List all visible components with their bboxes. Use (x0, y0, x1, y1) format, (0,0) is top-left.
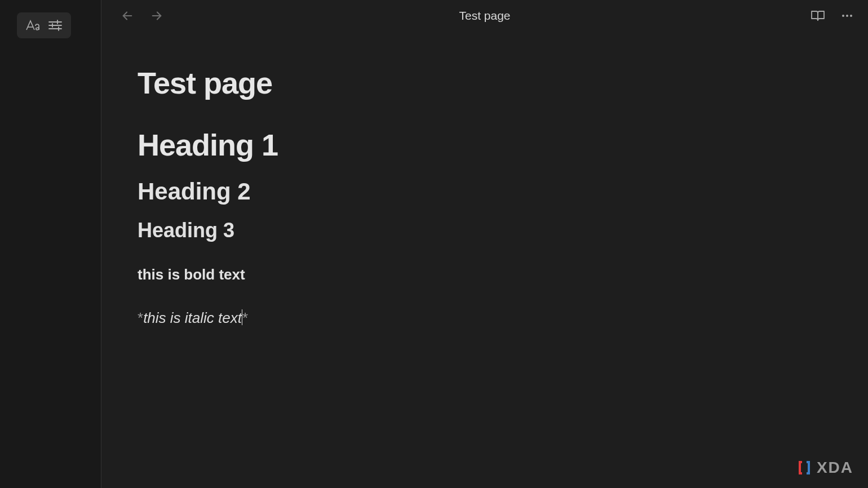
heading-2[interactable]: Heading 2 (138, 178, 832, 205)
typography-button[interactable] (21, 16, 44, 35)
nav-buttons (119, 8, 165, 24)
reading-view-button[interactable] (808, 6, 827, 25)
heading-1[interactable]: Heading 1 (138, 127, 832, 162)
more-options-button[interactable] (838, 6, 857, 25)
forward-button[interactable] (149, 8, 165, 24)
document-title: Test page (459, 9, 510, 23)
back-button[interactable] (119, 8, 135, 24)
sliders-button[interactable] (44, 16, 67, 35)
page-title[interactable]: Test page (138, 65, 832, 100)
svg-point-8 (842, 15, 844, 17)
heading-3[interactable]: Heading 3 (138, 219, 832, 242)
xda-watermark: XDA (795, 459, 853, 477)
right-controls (808, 6, 857, 25)
top-bar: Test page (101, 0, 868, 32)
xda-watermark-text: XDA (817, 459, 853, 477)
italic-text-line[interactable]: *this is italic text* (138, 309, 248, 327)
editor-content[interactable]: Test page Heading 1 Heading 2 Heading 3 … (101, 32, 868, 488)
svg-point-10 (850, 15, 852, 17)
markdown-italic-marker: * (138, 309, 143, 326)
editor-style-toolbar (17, 12, 71, 38)
bold-text-line[interactable]: this is bold text (138, 266, 832, 283)
italic-text-content: this is italic text (143, 309, 242, 326)
markdown-italic-marker: * (242, 309, 248, 326)
xda-logo-icon (795, 459, 813, 477)
svg-point-9 (846, 15, 848, 17)
left-sidebar (0, 0, 101, 488)
